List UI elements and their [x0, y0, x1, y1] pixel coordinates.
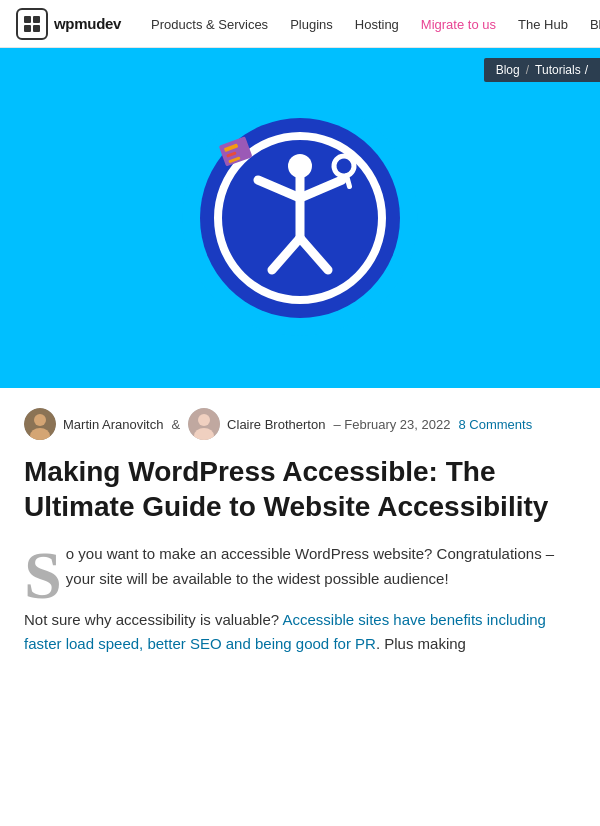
- author1-avatar: [24, 408, 56, 440]
- intro-text: o you want to make an accessible WordPre…: [66, 545, 554, 587]
- article-intro-paragraph: S o you want to make an accessible WordP…: [24, 542, 576, 592]
- svg-rect-1: [33, 16, 40, 23]
- nav-item-hub[interactable]: The Hub: [508, 11, 578, 38]
- authors-row: Martin Aranovitch & Claire Brotherton – …: [24, 408, 576, 440]
- article-comments-link[interactable]: 8 Comments: [458, 417, 532, 432]
- svg-point-23: [198, 414, 210, 426]
- logo-icon: [16, 8, 48, 40]
- svg-point-20: [34, 414, 46, 426]
- author-separator: &: [171, 417, 180, 432]
- hero-illustration: [170, 88, 430, 348]
- nav-item-blog[interactable]: Blog: [580, 11, 600, 38]
- article-title: Making WordPress Accessible: The Ultimat…: [24, 454, 576, 524]
- body-para1-prefix: Not sure why accessibility is valuable?: [24, 611, 282, 628]
- svg-rect-2: [24, 25, 31, 32]
- author2-avatar: [188, 408, 220, 440]
- breadcrumb-blog[interactable]: Blog: [496, 63, 520, 77]
- nav-menu: Products & Services Plugins Hosting Migr…: [141, 15, 600, 33]
- drop-cap-letter: S: [24, 550, 62, 601]
- nav-item-migrate[interactable]: Migrate to us: [411, 11, 506, 38]
- article-body-paragraph1: Not sure why accessibility is valuable? …: [24, 608, 576, 658]
- article-date: – February 23, 2022: [333, 417, 450, 432]
- breadcrumb: Blog / Tutorials /: [484, 58, 600, 82]
- nav-item-products[interactable]: Products & Services: [141, 11, 278, 38]
- body-para1-suffix: . Plus making: [376, 635, 466, 652]
- breadcrumb-separator: /: [526, 63, 529, 77]
- article-content: Martin Aranovitch & Claire Brotherton – …: [0, 388, 600, 681]
- author2-name: Claire Brotherton: [227, 417, 325, 432]
- nav-item-hosting[interactable]: Hosting: [345, 11, 409, 38]
- logo-link[interactable]: wpmudev: [16, 8, 121, 40]
- author1-block: Martin Aranovitch: [24, 408, 163, 440]
- author1-name: Martin Aranovitch: [63, 417, 163, 432]
- logo-text: wpmudev: [54, 15, 121, 32]
- nav-item-plugins[interactable]: Plugins: [280, 11, 343, 38]
- breadcrumb-tutorials[interactable]: Tutorials: [535, 63, 581, 77]
- svg-rect-3: [33, 25, 40, 32]
- breadcrumb-trailing-sep: /: [585, 63, 588, 77]
- navbar: wpmudev Products & Services Plugins Host…: [0, 0, 600, 48]
- hero-section: Blog / Tutorials /: [0, 48, 600, 388]
- svg-rect-0: [24, 16, 31, 23]
- author2-block: Claire Brotherton: [188, 408, 325, 440]
